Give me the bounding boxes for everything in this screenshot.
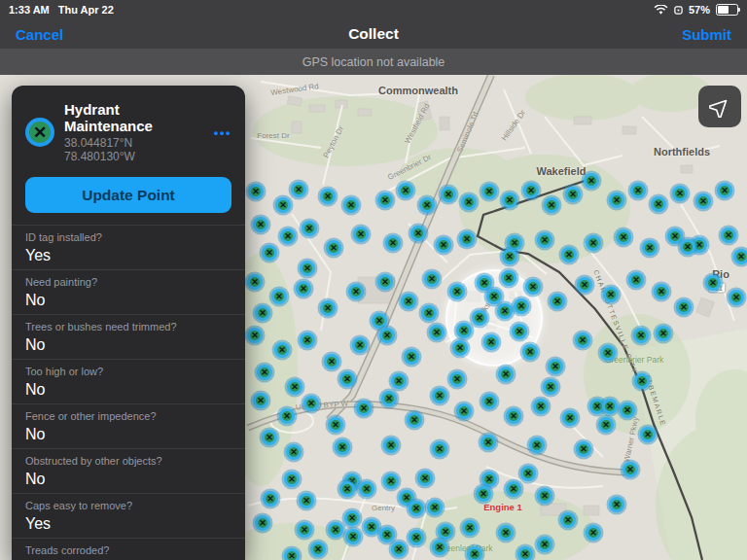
hydrant-marker[interactable]: ✕: [296, 281, 311, 297]
hydrant-marker[interactable]: ✕: [409, 501, 424, 516]
submit-button[interactable]: Submit: [682, 26, 731, 43]
hydrant-marker[interactable]: ✕: [481, 472, 497, 487]
hydrant-marker[interactable]: ✕: [695, 193, 711, 209]
hydrant-marker[interactable]: ✕: [561, 247, 577, 262]
hydrant-marker[interactable]: ✕: [497, 303, 513, 319]
feature-field[interactable]: Obstructed by other objects?No: [12, 448, 245, 493]
hydrant-marker[interactable]: ✕: [377, 274, 393, 290]
hydrant-marker[interactable]: ✕: [320, 189, 336, 204]
hydrant-marker[interactable]: ✕: [586, 525, 601, 541]
hydrant-marker[interactable]: ✕: [481, 394, 497, 409]
hydrant-marker[interactable]: ✕: [356, 401, 372, 416]
hydrant-marker[interactable]: ✕: [525, 279, 541, 295]
hydrant-marker[interactable]: ✕: [560, 512, 576, 528]
hydrant-marker[interactable]: ✕: [275, 197, 291, 213]
hydrant-marker[interactable]: ✕: [432, 441, 447, 457]
hydrant-marker[interactable]: ✕: [339, 481, 355, 497]
hydrant-marker[interactable]: ✕: [676, 299, 692, 315]
hydrant-marker[interactable]: ✕: [407, 412, 422, 428]
hydrant-marker[interactable]: ✕: [717, 183, 732, 198]
hydrant-marker[interactable]: ✕: [476, 486, 491, 502]
hydrant-marker[interactable]: ✕: [502, 249, 517, 264]
hydrant-marker[interactable]: ✕: [449, 284, 465, 299]
hydrant-marker[interactable]: ✕: [609, 497, 624, 512]
hydrant-marker[interactable]: ✕: [622, 462, 638, 477]
hydrant-marker[interactable]: ✕: [424, 271, 440, 287]
hydrant-marker[interactable]: ✕: [506, 408, 521, 424]
hydrant-marker[interactable]: ✕: [262, 430, 277, 445]
hydrant-marker[interactable]: ✕: [480, 435, 496, 450]
hydrant-marker[interactable]: ✕: [537, 537, 552, 552]
hydrant-marker[interactable]: ✕: [379, 328, 395, 343]
hydrant-marker[interactable]: ✕: [506, 481, 521, 497]
hydrant-marker[interactable]: ✕: [721, 228, 736, 243]
hydrant-marker[interactable]: ✕: [459, 231, 475, 247]
feature-field[interactable]: ID tag installed?Yes: [12, 225, 245, 269]
hydrant-marker[interactable]: ✕: [432, 540, 447, 555]
hydrant-marker[interactable]: ✕: [324, 354, 339, 369]
hydrant-marker[interactable]: ✕: [247, 328, 263, 343]
hydrant-marker[interactable]: ✕: [543, 379, 558, 395]
hydrant-marker[interactable]: ✕: [364, 519, 379, 535]
hydrant-marker[interactable]: ✕: [344, 510, 360, 526]
hydrant-marker[interactable]: ✕: [247, 274, 263, 290]
hydrant-marker[interactable]: ✕: [280, 228, 296, 244]
hydrant-marker[interactable]: ✕: [705, 275, 721, 291]
hydrant-marker[interactable]: ✕: [634, 373, 650, 389]
hydrant-marker[interactable]: ✕: [291, 182, 306, 197]
hydrant-marker[interactable]: ✕: [577, 277, 592, 293]
hydrant-marker[interactable]: ✕: [409, 530, 424, 545]
feature-field[interactable]: Caps easy to remove?Yes: [12, 493, 245, 538]
hydrant-marker[interactable]: ✕: [461, 194, 477, 210]
hydrant-marker[interactable]: ✕: [320, 300, 336, 316]
hydrant-marker[interactable]: ✕: [287, 379, 302, 395]
hydrant-marker[interactable]: ✕: [441, 187, 456, 202]
hydrant-marker[interactable]: ✕: [522, 344, 538, 360]
hydrant-marker[interactable]: ✕: [517, 546, 533, 560]
hydrant-marker[interactable]: ✕: [299, 493, 314, 508]
hydrant-marker[interactable]: ✕: [328, 417, 343, 433]
hydrant-marker[interactable]: ✕: [385, 235, 401, 251]
hydrant-marker[interactable]: ✕: [427, 500, 443, 515]
hydrant-marker[interactable]: ✕: [672, 186, 688, 201]
hydrant-marker[interactable]: ✕: [642, 240, 658, 256]
hydrant-marker[interactable]: ✕: [729, 290, 744, 305]
hydrant-marker[interactable]: ✕: [257, 365, 272, 380]
hydrant-marker[interactable]: ✕: [575, 332, 590, 348]
hydrant-marker[interactable]: ✕: [462, 520, 478, 536]
hydrant-marker[interactable]: ✕: [537, 488, 552, 504]
hydrant-marker[interactable]: ✕: [248, 184, 264, 199]
hydrant-marker[interactable]: ✕: [383, 438, 399, 453]
hydrant-marker[interactable]: ✕: [514, 298, 529, 314]
hydrant-marker[interactable]: ✕: [616, 229, 631, 245]
hydrant-marker[interactable]: ✕: [529, 438, 545, 453]
hydrant-marker[interactable]: ✕: [620, 402, 635, 418]
hydrant-marker[interactable]: ✕: [345, 529, 361, 544]
hydrant-marker[interactable]: ✕: [417, 471, 433, 486]
hydrant-marker[interactable]: ✕: [603, 287, 619, 302]
hydrant-marker[interactable]: ✕: [255, 515, 270, 531]
hydrant-marker[interactable]: ✕: [310, 542, 326, 557]
hydrant-marker[interactable]: ✕: [263, 491, 278, 507]
hydrant-marker[interactable]: ✕: [297, 522, 312, 538]
hydrant-marker[interactable]: ✕: [598, 417, 614, 433]
hydrant-marker[interactable]: ✕: [253, 393, 268, 408]
hydrant-marker[interactable]: ✕: [328, 522, 343, 538]
hydrant-marker[interactable]: ✕: [401, 294, 416, 309]
hydrant-marker[interactable]: ✕: [271, 289, 287, 304]
hydrant-marker[interactable]: ✕: [377, 192, 393, 208]
hydrant-marker[interactable]: ✕: [548, 359, 563, 374]
hydrant-marker[interactable]: ✕: [486, 289, 502, 304]
hydrant-marker[interactable]: ✕: [483, 334, 499, 350]
hydrant-marker[interactable]: ✕: [481, 184, 497, 199]
hydrant-marker[interactable]: ✕: [512, 324, 527, 339]
hydrant-marker[interactable]: ✕: [383, 473, 399, 489]
feature-field[interactable]: Need painting?No: [12, 269, 245, 314]
hydrant-marker[interactable]: ✕: [381, 391, 397, 406]
hydrant-marker[interactable]: ✕: [628, 272, 644, 288]
more-options-button[interactable]: •••: [212, 123, 233, 142]
hydrant-marker[interactable]: ✕: [274, 342, 290, 358]
hydrant-marker[interactable]: ✕: [255, 305, 270, 321]
hydrant-marker[interactable]: ✕: [300, 261, 315, 276]
hydrant-marker[interactable]: ✕: [284, 472, 300, 487]
